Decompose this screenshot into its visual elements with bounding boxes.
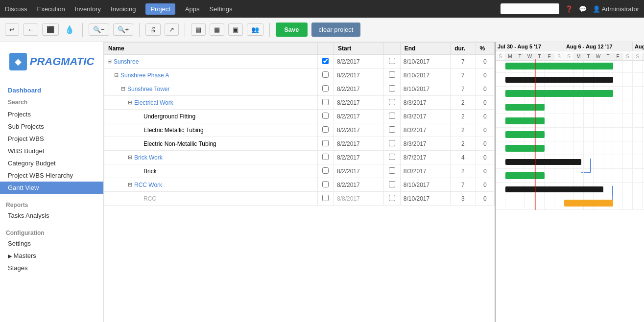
col-pct: % — [476, 43, 494, 55]
task-start-check[interactable] — [384, 69, 400, 82]
task-pct: 0 — [476, 110, 494, 123]
task-start-check[interactable] — [384, 137, 400, 151]
task-start-check[interactable] — [384, 82, 400, 96]
sidebar-item-project-wbs-hierarchy[interactable]: Project WBS Hierarchy — [0, 169, 103, 182]
task-link[interactable]: Sunshree Phase A — [120, 72, 169, 79]
task-start-check[interactable] — [384, 110, 400, 123]
view-mode-1[interactable]: ▤ — [191, 23, 206, 36]
collapse-icon[interactable]: ⊟ — [128, 154, 132, 161]
nav-apps[interactable]: Apps — [185, 5, 200, 13]
content-area: Name Start End dur. % — [104, 42, 644, 322]
sidebar-item-sub-projects[interactable]: Sub Projects — [0, 120, 103, 133]
toolbar-separator-4 — [269, 23, 270, 37]
save-button[interactable]: Save — [276, 23, 307, 37]
indent-button[interactable]: ⬛ — [42, 23, 59, 36]
sidebar-item-settings[interactable]: Settings — [0, 237, 103, 250]
chat-icon[interactable]: 💬 — [579, 5, 587, 13]
gantt-week-1: Jul 30 - Aug 5 '17 — [496, 42, 564, 51]
collapse-icon[interactable]: ⊟ — [107, 58, 112, 65]
task-check[interactable] — [317, 178, 334, 192]
task-link[interactable]: Brick Work — [134, 154, 163, 161]
sidebar-item-stages[interactable]: Stages — [0, 262, 103, 274]
task-check[interactable] — [317, 82, 334, 96]
sidebar-item-gantt-view[interactable]: Gantt View — [0, 182, 103, 194]
share-button[interactable]: ↗ — [165, 23, 179, 36]
global-search-input[interactable] — [501, 3, 559, 14]
print-button[interactable]: 🖨 — [145, 23, 161, 36]
task-start: 8/2/2017 — [334, 110, 384, 123]
task-check[interactable] — [317, 192, 334, 206]
task-link[interactable]: Electrical Work — [134, 99, 173, 106]
back-button[interactable]: ← — [23, 23, 38, 36]
sidebar-item-project-wbs[interactable]: Project WBS — [0, 133, 103, 145]
help-icon[interactable]: ❓ — [565, 5, 573, 13]
task-start: 8/2/2017 — [334, 69, 384, 82]
gantt-day: M — [574, 53, 584, 60]
task-check[interactable] — [317, 69, 334, 82]
sidebar-item-tasks-analysis[interactable]: Tasks Analysis — [0, 209, 103, 222]
nav-discuss[interactable]: Discuss — [5, 5, 27, 13]
nav-project[interactable]: Project — [145, 3, 175, 15]
sidebar-item-wbs-budget[interactable]: WBS Budget — [0, 145, 103, 157]
gantt-day: S — [623, 53, 633, 60]
task-dur: 4 — [451, 151, 476, 164]
task-check[interactable] — [317, 110, 334, 123]
collapse-icon[interactable]: ⊟ — [114, 72, 119, 78]
task-dur: 2 — [451, 137, 476, 151]
zoom-in-button[interactable]: 🔍+ — [113, 23, 134, 36]
task-start: 8/8/2017 — [334, 192, 384, 206]
task-start-check[interactable] — [384, 96, 400, 110]
nav-inventory[interactable]: Inventory — [75, 5, 101, 13]
task-end: 8/10/2017 — [400, 55, 451, 69]
sidebar-reports-label: Reports — [0, 200, 103, 209]
toolbar: ↩ ← ⬛ 💧 🔍− 🔍+ 🖨 ↗ ▤ ▦ ▣ 👥 Save clear pro… — [0, 18, 644, 42]
table-row: Underground Fitting 8/2/2017 8/3/2017 2 … — [104, 110, 495, 123]
collapse-icon[interactable]: ⊟ — [128, 99, 132, 106]
task-start-check[interactable] — [384, 123, 400, 137]
clear-project-button[interactable]: clear project — [311, 23, 361, 37]
nav-invoicing[interactable]: Invoicing — [111, 5, 136, 13]
gantt-bar-electrical — [505, 104, 545, 111]
view-mode-3[interactable]: ▣ — [228, 23, 243, 36]
gantt-row — [496, 59, 644, 73]
task-start-check[interactable] — [384, 192, 400, 206]
sidebar-dashboard[interactable]: Dashboard — [0, 84, 103, 96]
task-check[interactable] — [317, 123, 334, 137]
user-view-button[interactable]: 👥 — [247, 23, 263, 36]
task-check[interactable] — [317, 137, 334, 151]
view-mode-2[interactable]: ▦ — [210, 23, 224, 36]
sidebar-item-projects[interactable]: Projects — [0, 108, 103, 120]
task-start-check[interactable] — [384, 55, 400, 69]
table-row: ⊟ Sunshree Phase A 8/2/2017 8/10/2017 7 … — [104, 69, 495, 82]
task-link[interactable]: RCC Work — [134, 182, 162, 188]
task-start-check[interactable] — [384, 151, 400, 164]
sidebar-item-category-budget[interactable]: Category Budget — [0, 157, 103, 169]
top-nav-right: ❓ 💬 👤 Administrator — [501, 3, 639, 14]
task-link[interactable]: Sunshree Tower — [127, 86, 170, 92]
nav-settings[interactable]: Settings — [210, 5, 233, 13]
task-pct: 0 — [476, 178, 494, 192]
sidebar-item-masters[interactable]: ▶ Masters — [0, 250, 103, 262]
task-start-check[interactable] — [384, 178, 400, 192]
gantt-row — [496, 73, 644, 87]
task-check[interactable] — [317, 164, 334, 178]
task-name-cell: ⊟ RCC Work — [104, 178, 318, 192]
task-check[interactable] — [317, 55, 334, 69]
nav-execution[interactable]: Execution — [37, 5, 65, 13]
task-pct: 0 — [476, 55, 494, 69]
task-link[interactable]: Sunshree — [114, 58, 139, 65]
toolbar-separator-2 — [139, 23, 140, 37]
gantt-bar-brick — [505, 172, 545, 179]
undo-button[interactable]: ↩ — [5, 23, 19, 36]
collapse-icon[interactable]: ⊟ — [128, 182, 132, 188]
collapse-icon[interactable]: ⊟ — [121, 86, 125, 92]
zoom-out-button[interactable]: 🔍− — [89, 23, 109, 36]
task-end: 8/3/2017 — [400, 96, 451, 110]
toolbar-separator-1 — [82, 23, 83, 37]
task-end: 8/10/2017 — [400, 192, 451, 206]
task-end: 8/7/2017 — [400, 151, 451, 164]
task-start-check[interactable] — [384, 164, 400, 178]
task-check[interactable] — [317, 151, 334, 164]
task-check[interactable] — [317, 96, 334, 110]
admin-label: 👤 Administrator — [593, 5, 639, 13]
